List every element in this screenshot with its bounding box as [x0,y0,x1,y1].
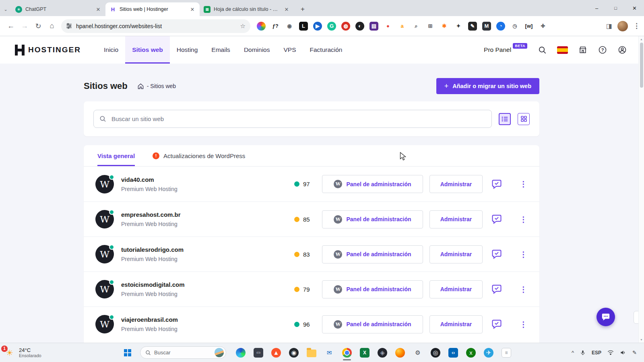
nav-item-dominios[interactable]: Dominios [237,36,277,64]
network-icon[interactable] [607,350,614,355]
side-panel-icon[interactable]: ◨ [606,22,612,30]
xbox-icon[interactable]: x [466,345,476,361]
tab-close-icon[interactable]: ✕ [95,6,101,12]
function-icon[interactable]: ƒ? [271,22,280,31]
markdown-icon[interactable]: M [482,22,491,31]
nav-item-hosting[interactable]: Hosting [170,36,205,64]
page-scrollbar[interactable]: ▲ ▼ [638,36,644,343]
microphone-icon[interactable] [580,350,586,356]
speaker-icon[interactable] [620,350,626,356]
manage-button[interactable]: Administrar [429,175,483,193]
scrollbar-thumb[interactable] [640,43,643,88]
dark-globe-icon[interactable]: ◐ [355,22,364,31]
site-menu-kebab-icon[interactable]: ⋮ [520,215,527,224]
mail-icon[interactable]: ✉ [324,345,334,361]
browser-menu-icon[interactable]: ⋮ [633,22,640,30]
chat-fab-button[interactable] [597,308,615,326]
chrome-icon[interactable] [342,345,352,361]
admin-panel-button[interactable]: W Panel de administración [322,210,423,228]
grid-ext-icon[interactable]: ⊞ [426,22,435,31]
site-chat-icon[interactable] [490,248,503,261]
window-close-button[interactable]: ✕ [625,0,644,16]
language-flag-spain[interactable] [557,46,568,54]
bookmark-star-icon[interactable]: ☆ [240,23,246,30]
l-badge-icon[interactable]: L [299,22,308,31]
tray-chevron-up-icon[interactable]: ^ [572,350,574,356]
site-domain[interactable]: empresahost.com.br [121,211,294,218]
site-chat-icon[interactable] [490,318,503,331]
video-play-icon[interactable]: ▶ [313,22,322,31]
weather-widget[interactable]: ☀ 1 24°C Ensolarado [4,347,121,358]
address-bar[interactable]: hpanel.hostinger.com/websites-list ☆ [61,19,250,33]
home-button[interactable]: ⌂ [45,19,59,33]
tab-search-chevron-icon[interactable]: ⌄ [0,2,11,16]
window-minimize-button[interactable]: – [587,0,606,16]
nav-item-emails[interactable]: Emails [204,36,237,64]
back-button[interactable]: ← [4,19,18,33]
tab-sheets[interactable]: ▦ Hoja de cálculo sin título - Hoja ✕ [200,2,294,16]
site-domain[interactable]: vida40.com [121,176,294,183]
magnifier-ext-icon[interactable]: ⌕ [412,22,421,31]
site-menu-kebab-icon[interactable]: ⋮ [520,285,527,294]
purple-grid-icon[interactable]: ▤ [369,22,378,31]
edit-square-icon[interactable]: ✎ [468,22,477,31]
monitor-icon[interactable]: ▭ [254,345,263,361]
site-chat-icon[interactable] [490,178,503,191]
grid-view-toggle[interactable] [518,113,530,125]
list-view-toggle[interactable] [499,113,511,125]
site-chat-icon[interactable] [490,283,503,296]
scroll-down-arrow-icon[interactable]: ▼ [639,338,644,341]
site-domain[interactable]: viajeroenbrasil.com [121,316,294,323]
notepad-icon[interactable]: ≡ [502,345,511,361]
site-domain[interactable]: estoicismodigital.com [121,281,294,288]
orange-flower-icon[interactable]: ✱ [440,22,449,31]
language-indicator[interactable]: ESP [592,350,601,356]
dark-app-icon[interactable]: ◈ [378,345,387,361]
dark-star-icon[interactable]: ✦ [454,22,463,31]
tab-wordpress-updates[interactable]: ! Actualizaciones de WordPress [153,145,245,166]
search-website-input[interactable] [93,110,492,128]
site-menu-kebab-icon[interactable]: ⋮ [520,250,527,259]
home-icon[interactable] [137,83,144,90]
nav-item-inicio[interactable]: Inicio [97,36,125,64]
admin-panel-button[interactable]: W Panel de administración [322,315,423,333]
tab-vista-general[interactable]: Vista general [97,145,135,166]
vscode-icon[interactable]: ‹› [448,345,458,361]
pen-icon[interactable]: ✎ [632,350,637,356]
site-chat-icon[interactable] [490,213,503,226]
red-app-icon[interactable]: ◍ [341,22,350,31]
excel-icon[interactable]: X [360,345,369,361]
manage-button[interactable]: Administrar [429,280,483,298]
admin-panel-button[interactable]: W Panel de administración [322,245,423,263]
add-site-button[interactable]: + Añadir o migrar un sitio web [436,78,539,94]
header-search-icon[interactable] [537,45,547,55]
grammarly-icon[interactable]: G [327,22,336,31]
camera-icon[interactable]: ◉ [285,22,294,31]
nav-item-facturacion[interactable]: Facturación [303,36,349,64]
account-icon[interactable] [617,45,627,55]
tab-chatgpt[interactable]: ✳ ChatGPT ✕ [11,2,105,16]
hostinger-logo[interactable]: HOSTINGER [15,36,81,64]
scroll-up-arrow-icon[interactable]: ▲ [639,38,644,41]
site-domain[interactable]: tutorialesrodrigo.com [121,246,294,253]
tab-close-icon[interactable]: ✕ [283,6,290,12]
site-menu-kebab-icon[interactable]: ⋮ [520,179,527,189]
explorer-folder-icon[interactable] [307,345,316,361]
nav-item-sitios-web[interactable]: Sitios web [125,36,170,64]
settings-gear-icon[interactable]: ⚙ [413,345,423,361]
nav-item-vps[interactable]: VPS [277,36,303,64]
forward-button[interactable]: → [18,19,31,33]
site-menu-kebab-icon[interactable]: ⋮ [520,320,527,329]
reload-button[interactable]: ↻ [31,19,45,33]
manage-button[interactable]: Administrar [429,210,483,228]
help-icon[interactable]: ? [598,45,607,55]
search-highlight-thumbnail[interactable] [215,348,224,357]
extensions-puzzle-icon[interactable]: ✚ [539,22,547,31]
edge-icon[interactable] [236,345,246,361]
manage-button[interactable]: Administrar [429,245,483,263]
profile-avatar[interactable] [617,21,628,31]
firefox-icon[interactable] [395,345,405,361]
tab-hostinger[interactable]: H Sitios web | Hostinger ✕ [105,2,200,16]
new-tab-button[interactable]: + [297,4,308,15]
github-icon[interactable]: ◉ [289,345,299,361]
